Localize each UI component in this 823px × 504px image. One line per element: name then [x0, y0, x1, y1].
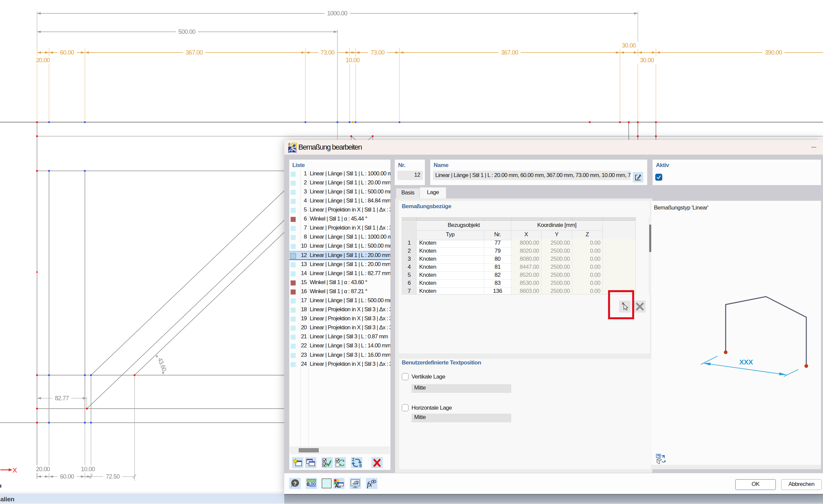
svg-text:30.00: 30.00 — [622, 42, 636, 49]
svg-text:20.00: 20.00 — [36, 57, 50, 64]
svg-text:0,00: 0,00 — [307, 481, 316, 487]
svg-text:6: 6 — [359, 463, 362, 468]
svg-text:XXX: XXX — [739, 358, 753, 366]
svg-text:30.00: 30.00 — [640, 57, 654, 64]
svg-text:20.00: 20.00 — [36, 466, 50, 473]
svg-text:60.00: 60.00 — [60, 49, 74, 56]
svg-text:10.00: 10.00 — [81, 466, 95, 473]
svg-text:72.50: 72.50 — [106, 473, 120, 480]
svg-text:73.00: 73.00 — [371, 49, 385, 56]
svg-text:390.00: 390.00 — [765, 49, 782, 56]
svg-text:2: 2 — [352, 458, 355, 462]
svg-text:82.77: 82.77 — [55, 395, 69, 402]
svg-text:6: 6 — [288, 143, 291, 147]
svg-text:43.60: 43.60 — [156, 357, 168, 372]
svg-text:10.00: 10.00 — [346, 57, 360, 64]
svg-text:367.00: 367.00 — [186, 49, 203, 56]
svg-text:60.00: 60.00 — [60, 473, 74, 480]
svg-text:X: X — [12, 466, 17, 474]
svg-text:A: A — [335, 483, 339, 489]
svg-text:?: ? — [293, 481, 296, 486]
svg-text:73.00: 73.00 — [320, 49, 334, 56]
svg-text:1000.00: 1000.00 — [327, 10, 348, 17]
svg-text:367.00: 367.00 — [501, 49, 519, 56]
svg-text:500.00: 500.00 — [178, 28, 196, 35]
